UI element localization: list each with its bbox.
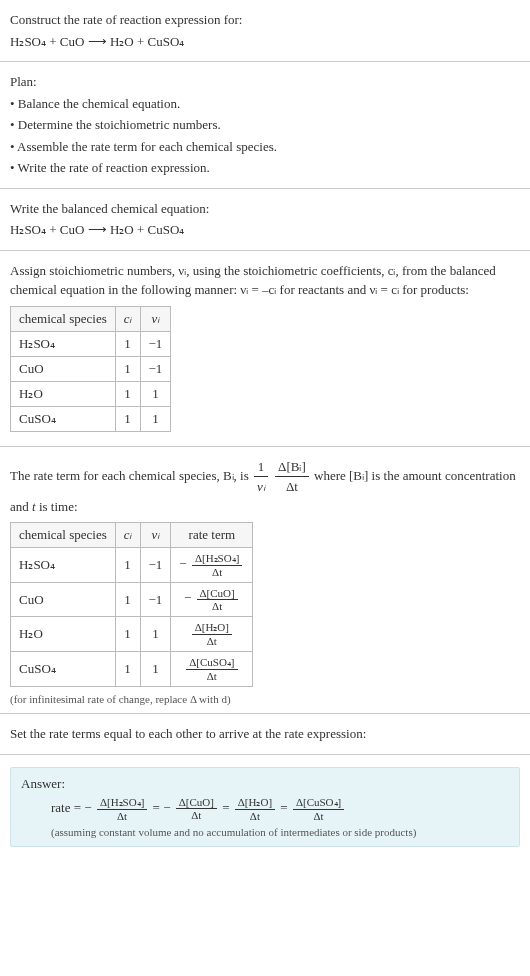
rate-frac: Δ[CuO] Δt: [197, 587, 238, 612]
plan-bullet: • Write the rate of reaction expression.: [10, 158, 520, 178]
cell-vi: 1: [140, 406, 171, 431]
frac-den: Δt: [192, 565, 242, 578]
col-species: chemical species: [11, 523, 116, 548]
table-row: H₂SO₄ 1 −1 − Δ[H₂SO₄] Δt: [11, 548, 253, 583]
col-species: chemical species: [11, 306, 116, 331]
frac-num: Δ[CuO]: [176, 796, 217, 808]
frac-num: Δ[H₂O]: [235, 796, 275, 809]
cell-vi: −1: [140, 548, 171, 583]
frac-num: Δ[H₂SO₄]: [97, 796, 147, 809]
table-row: H₂SO₄ 1 −1: [11, 331, 171, 356]
answer-label: Answer:: [21, 776, 509, 792]
cell-vi: 1: [140, 617, 171, 652]
cell-ci: 1: [115, 617, 140, 652]
plan-section: Plan: • Balance the chemical equation. •…: [0, 62, 530, 189]
cell-species: H₂O: [11, 381, 116, 406]
cell-ci: 1: [115, 406, 140, 431]
frac-deltab-over-deltat: Δ[Bᵢ] Δt: [275, 457, 309, 497]
frac-den: Δt: [192, 634, 232, 647]
col-ci: cᵢ: [115, 523, 140, 548]
plan-bullet: • Assemble the rate term for each chemic…: [10, 137, 520, 157]
col-ci: cᵢ: [115, 306, 140, 331]
col-vi: νᵢ: [140, 306, 171, 331]
rate-frac: Δ[H₂SO₄] Δt: [192, 552, 242, 578]
answer-assumption: (assuming constant volume and no accumul…: [21, 826, 509, 838]
rateterm-section: The rate term for each chemical species,…: [0, 447, 530, 715]
rate-prefix: rate = −: [51, 799, 92, 814]
frac-num: Δ[CuSO₄]: [186, 656, 237, 669]
frac-num: Δ[Bᵢ]: [275, 457, 309, 477]
frac-den: Δt: [293, 809, 344, 822]
plan-bullet: • Balance the chemical equation.: [10, 94, 520, 114]
rate-frac: Δ[CuSO₄] Δt: [293, 796, 344, 822]
plan-heading: Plan:: [10, 72, 520, 92]
stoich-intro: Assign stoichiometric numbers, νᵢ, using…: [10, 261, 520, 300]
cell-vi: −1: [140, 583, 171, 617]
frac-den: Δt: [235, 809, 275, 822]
cell-ci: 1: [115, 356, 140, 381]
plan-bullet: • Determine the stoichiometric numbers.: [10, 115, 520, 135]
prompt-section: Construct the rate of reaction expressio…: [0, 0, 530, 62]
rate-frac: Δ[H₂O] Δt: [235, 796, 275, 822]
rate-frac: Δ[H₂SO₄] Δt: [97, 796, 147, 822]
table-row: H₂O 1 1: [11, 381, 171, 406]
cell-ci: 1: [115, 548, 140, 583]
rateterm-table: chemical species cᵢ νᵢ rate term H₂SO₄ 1…: [10, 522, 253, 687]
stoich-section: Assign stoichiometric numbers, νᵢ, using…: [0, 251, 530, 447]
stoich-table: chemical species cᵢ νᵢ H₂SO₄ 1 −1 CuO 1 …: [10, 306, 171, 432]
balanced-section: Write the balanced chemical equation: H₂…: [0, 189, 530, 251]
frac-one-over-nu: 1 νᵢ: [254, 457, 268, 497]
prompt-heading: Construct the rate of reaction expressio…: [10, 10, 520, 30]
prompt-equation: H₂SO₄ + CuO ⟶ H₂O + CuSO₄: [10, 32, 520, 52]
infinitesimal-note: (for infinitesimal rate of change, repla…: [10, 693, 520, 705]
rate-frac: Δ[CuO] Δt: [176, 796, 217, 821]
sign: −: [184, 590, 191, 605]
frac-num: Δ[H₂O]: [192, 621, 232, 634]
rate-frac: Δ[H₂O] Δt: [192, 621, 232, 647]
cell-rateterm: Δ[H₂O] Δt: [171, 617, 253, 652]
frac-den: Δt: [275, 476, 309, 497]
cell-species: CuO: [11, 583, 116, 617]
cell-ci: 1: [115, 652, 140, 687]
balanced-heading: Write the balanced chemical equation:: [10, 199, 520, 219]
rateterm-intro-c: is time:: [36, 499, 78, 514]
cell-vi: 1: [140, 381, 171, 406]
frac-num: Δ[CuSO₄]: [293, 796, 344, 809]
cell-species: CuSO₄: [11, 652, 116, 687]
frac-den: Δt: [197, 599, 238, 612]
rate-expression: rate = − Δ[H₂SO₄] Δt = − Δ[CuO] Δt = Δ[H…: [21, 796, 509, 822]
table-header-row: chemical species cᵢ νᵢ rate term: [11, 523, 253, 548]
cell-species: CuSO₄: [11, 406, 116, 431]
cell-species: H₂SO₄: [11, 331, 116, 356]
frac-den: Δt: [186, 669, 237, 682]
balanced-equation: H₂SO₄ + CuO ⟶ H₂O + CuSO₄: [10, 220, 520, 240]
cell-vi: −1: [140, 331, 171, 356]
cell-ci: 1: [115, 331, 140, 356]
cell-rateterm: Δ[CuSO₄] Δt: [171, 652, 253, 687]
frac-num: 1: [254, 457, 268, 477]
cell-rateterm: − Δ[CuO] Δt: [171, 583, 253, 617]
table-header-row: chemical species cᵢ νᵢ: [11, 306, 171, 331]
set-text: Set the rate terms equal to each other t…: [10, 724, 520, 744]
rateterm-intro-a: The rate term for each chemical species,…: [10, 467, 252, 482]
answer-section: Answer: rate = − Δ[H₂SO₄] Δt = − Δ[CuO] …: [0, 755, 530, 855]
cell-ci: 1: [115, 381, 140, 406]
frac-den: Δt: [97, 809, 147, 822]
table-row: CuO 1 −1: [11, 356, 171, 381]
cell-species: CuO: [11, 356, 116, 381]
rate-frac: Δ[CuSO₄] Δt: [186, 656, 237, 682]
col-rateterm: rate term: [171, 523, 253, 548]
sign: −: [179, 556, 186, 571]
equals: =: [222, 799, 233, 814]
cell-species: H₂O: [11, 617, 116, 652]
frac-num: Δ[H₂SO₄]: [192, 552, 242, 565]
cell-vi: 1: [140, 652, 171, 687]
col-vi: νᵢ: [140, 523, 171, 548]
cell-rateterm: − Δ[H₂SO₄] Δt: [171, 548, 253, 583]
table-row: CuO 1 −1 − Δ[CuO] Δt: [11, 583, 253, 617]
cell-species: H₂SO₄: [11, 548, 116, 583]
equals: =: [280, 799, 291, 814]
rateterm-intro: The rate term for each chemical species,…: [10, 457, 520, 517]
frac-den: νᵢ: [254, 476, 268, 497]
table-row: CuSO₄ 1 1 Δ[CuSO₄] Δt: [11, 652, 253, 687]
